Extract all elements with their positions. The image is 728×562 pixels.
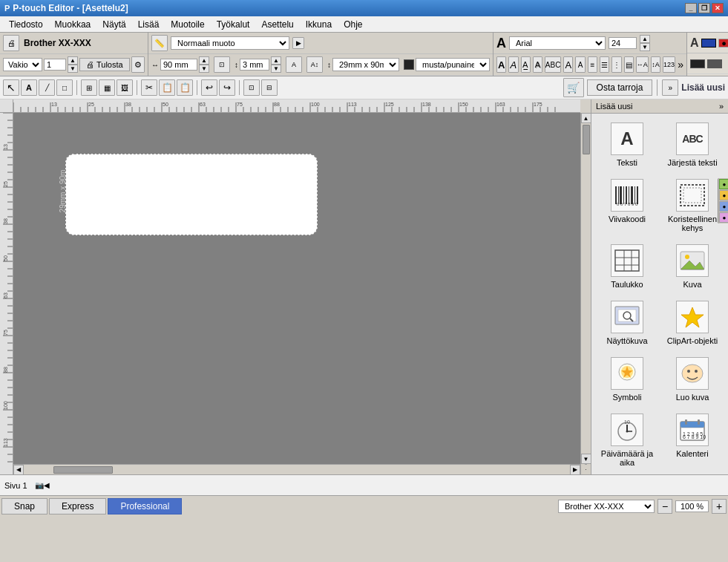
table-tool[interactable]: ⊞ (81, 79, 97, 96)
panel-item-arrange-text[interactable]: ABC Järjestä teksti (663, 120, 722, 170)
tape-mode-select[interactable]: Normaali muoto (171, 36, 289, 50)
shadow-A-icon[interactable]: A (533, 56, 542, 73)
menu-ikkuna[interactable]: Ikkuna (300, 18, 338, 31)
panel-item-clipart[interactable]: ClipArt-objekti (663, 298, 722, 348)
copies-up[interactable]: ▲ (68, 56, 78, 65)
copies-down[interactable]: ▼ (68, 65, 78, 73)
menu-muotoile[interactable]: Muotoile (165, 18, 210, 31)
tab-professional[interactable]: Professional (108, 498, 182, 514)
text-tool[interactable]: A (21, 79, 37, 96)
device-select[interactable]: Brother XX-XXX (558, 500, 655, 513)
line-tool[interactable]: ╱ (39, 79, 55, 96)
scroll-down-btn[interactable]: ▼ (581, 454, 591, 464)
menu-asettelu[interactable]: Asettelu (255, 18, 299, 31)
side-btn-1[interactable]: ● (719, 179, 728, 189)
pointer-tool[interactable]: ↖ (3, 79, 19, 96)
italic-A-icon[interactable]: A (508, 56, 518, 73)
v-scroll-track[interactable] (581, 123, 591, 454)
margin-input[interactable] (240, 59, 269, 71)
align-icon[interactable]: ⊡ (214, 56, 230, 73)
h-scroll-track[interactable] (24, 465, 570, 474)
scroll-right-btn[interactable]: ▶ (570, 465, 580, 475)
style-select[interactable]: Vakio (3, 58, 42, 71)
image-tool[interactable]: 🖼 (117, 79, 133, 96)
tab-snap[interactable]: Snap (1, 498, 47, 514)
align2-icon[interactable]: A (286, 56, 302, 73)
panel-item-barcode[interactable]: 0 0 7 8 9 0 Viivakoodi (597, 176, 657, 235)
panel-item-image[interactable]: Kuva (663, 241, 722, 292)
menu-muokkaa[interactable]: Muokkaa (49, 18, 97, 31)
close-button[interactable]: ✕ (712, 3, 724, 13)
spacing2-icon[interactable]: ↕A (651, 56, 660, 73)
scroll-corner[interactable]: · (585, 464, 586, 474)
length-up[interactable]: ▲ (199, 56, 209, 65)
panel-item-calendar[interactable]: 1 2 3 4 5 6 7 8 9 10 Kalenteri (663, 411, 722, 470)
h-scrollbar[interactable]: ◀ ▶ (13, 464, 580, 474)
cut-icon[interactable]: ✂ (141, 79, 157, 96)
panel-item-symbol[interactable]: Symboli (597, 354, 657, 405)
title-bar-controls[interactable]: _ ❐ ✕ (685, 3, 724, 13)
panel-toggle[interactable]: » (662, 79, 678, 96)
scroll-up-btn[interactable]: ▲ (581, 113, 591, 123)
font-size-up[interactable]: ▲ (640, 35, 650, 43)
tape-mode-icon[interactable]: ▶ (292, 37, 304, 49)
panel-item-frame[interactable]: Koristeellinen kehys (663, 176, 722, 235)
size-A-small[interactable]: A (575, 56, 585, 73)
align-justify-icon[interactable]: ▤ (624, 56, 634, 73)
h-scroll-thumb[interactable] (53, 466, 113, 474)
bold-A-icon[interactable]: A (496, 56, 506, 73)
size-A-big[interactable]: A (563, 56, 573, 73)
group-icon[interactable]: ⊡ (243, 79, 260, 96)
copy-icon[interactable]: 📋 (159, 79, 175, 96)
side-btn-2[interactable]: ● (719, 190, 728, 200)
align-left-icon[interactable]: ≡ (588, 56, 597, 73)
print-button[interactable]: 🖨 Tulosta (79, 58, 130, 71)
tape-size-select[interactable]: 29mm x 90m (332, 58, 399, 71)
buy-stickers-button[interactable]: Osta tarroja (587, 79, 653, 96)
tab-express[interactable]: Express (49, 498, 106, 514)
barcode-tool[interactable]: ▦ (99, 79, 115, 96)
font-size-input[interactable] (609, 37, 637, 49)
expand-panel-icon[interactable]: » (719, 102, 724, 111)
align-center-icon[interactable]: ☰ (600, 56, 609, 73)
margin-up[interactable]: ▲ (271, 56, 281, 65)
align3-icon[interactable]: A↕ (306, 56, 323, 73)
copies-input[interactable] (44, 59, 66, 71)
v-scroll-thumb[interactable] (583, 125, 590, 154)
menu-tiedosto[interactable]: Tiedosto (3, 18, 49, 31)
length-down[interactable]: ▼ (199, 65, 209, 73)
zoom-out-btn[interactable]: − (658, 499, 672, 514)
side-btn-3[interactable]: ● (719, 201, 728, 212)
restore-button[interactable]: ❐ (698, 3, 710, 13)
zoom-in-btn[interactable]: + (712, 499, 727, 514)
length-input[interactable] (160, 59, 197, 71)
menu-lisaa[interactable]: Lisää (132, 18, 165, 31)
outline-A-icon[interactable]: A̲ (521, 56, 531, 73)
panel-item-text[interactable]: A Teksti (597, 120, 657, 170)
more-icon[interactable]: » (678, 59, 683, 71)
canvas-background[interactable]: 29mm x 90m (13, 113, 580, 464)
scroll-left-btn[interactable]: ◀ (13, 465, 24, 475)
label-object[interactable] (65, 154, 318, 235)
panel-item-table[interactable]: Taulukko (597, 241, 657, 292)
color-picker1[interactable]: ● (718, 39, 728, 48)
spacing1-icon[interactable]: ↔A (636, 56, 649, 73)
print-settings-icon[interactable]: ⚙ (131, 56, 145, 73)
panel-item-create-image[interactable]: Luo kuva (663, 354, 722, 405)
panel-item-screenshot[interactable]: Näyttökuva (597, 298, 657, 348)
panel-item-datetime[interactable]: 10 Päivämäärä ja aika (597, 411, 657, 470)
font-name-select[interactable]: Arial (509, 36, 606, 50)
ungroup-icon[interactable]: ⊟ (261, 79, 278, 96)
menu-tyokalut[interactable]: Työkalut (211, 18, 256, 31)
num-icon[interactable]: 123 (663, 56, 675, 73)
minimize-button[interactable]: _ (685, 3, 697, 13)
stamp-A-icon[interactable]: ABC (545, 56, 561, 73)
undo-icon[interactable]: ↩ (201, 79, 217, 96)
redo-icon[interactable]: ↪ (219, 79, 235, 96)
font-size-down[interactable]: ▼ (640, 43, 650, 51)
color-select[interactable]: musta/punainen (416, 58, 490, 71)
v-scrollbar[interactable]: ▲ ▼ · (580, 113, 591, 474)
side-btn-4[interactable]: ● (719, 212, 728, 223)
menu-nayta[interactable]: Näytä (96, 18, 131, 31)
menu-ohje[interactable]: Ohje (338, 18, 368, 31)
